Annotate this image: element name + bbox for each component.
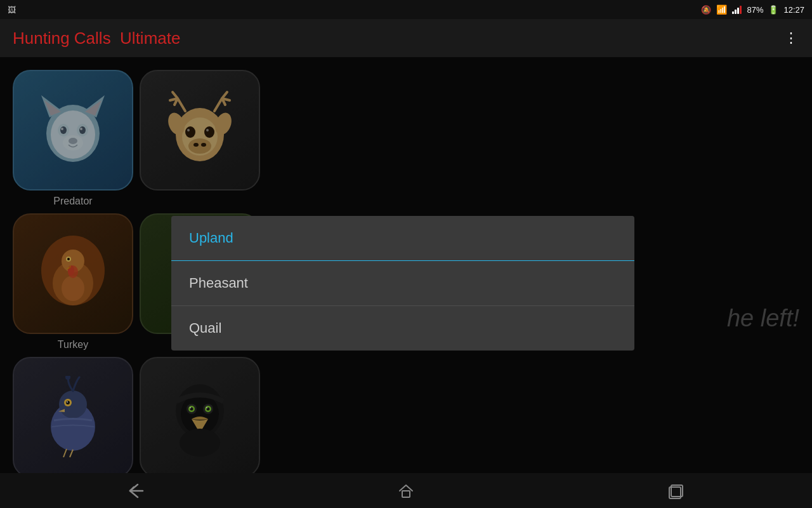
- dropdown-menu: Upland Pheasant Quail: [171, 216, 634, 351]
- app-title-main: Hunting Calls: [13, 29, 111, 48]
- dropdown-item-upland[interactable]: Upland: [171, 216, 634, 261]
- wifi-icon: 📶: [716, 4, 727, 15]
- nav-bar: [0, 473, 812, 508]
- svg-rect-57: [402, 491, 410, 497]
- screenshot-icon: 🖼: [8, 5, 16, 15]
- overflow-menu-button[interactable]: ⋮: [784, 30, 799, 46]
- app-title: Hunting Calls Ultimate: [13, 29, 180, 48]
- status-bar-right: 🔕 📶 87% 🔋 12:27: [701, 4, 804, 15]
- silent-icon: 🔕: [701, 5, 711, 15]
- app-title-accent: Ultimate: [120, 29, 180, 48]
- home-button[interactable]: [387, 478, 425, 504]
- status-bar-left: 🖼: [8, 5, 16, 15]
- main-content: Predator: [0, 57, 812, 473]
- dropdown-item-pheasant[interactable]: Pheasant: [171, 261, 634, 306]
- battery-icon: 🔋: [768, 5, 778, 15]
- status-bar: 🖼 🔕 📶 87% 🔋 12:27: [0, 0, 812, 19]
- signal-icon: [732, 5, 742, 14]
- battery-percent: 87%: [747, 5, 763, 15]
- back-button[interactable]: [116, 478, 154, 504]
- recents-button[interactable]: [658, 478, 696, 504]
- app-header: Hunting Calls Ultimate ⋮: [0, 19, 812, 57]
- dropdown-item-quail[interactable]: Quail: [171, 306, 634, 351]
- clock: 12:27: [783, 5, 804, 15]
